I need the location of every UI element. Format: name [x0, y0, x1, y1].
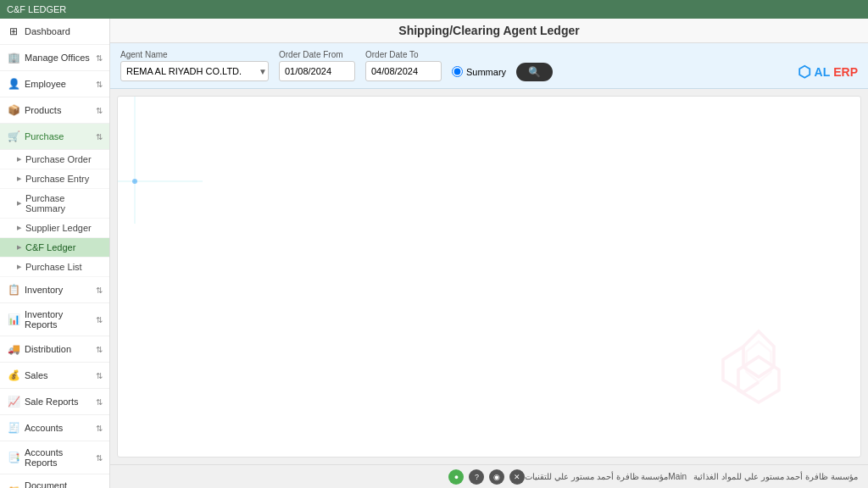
inventory-icon: 📋 — [7, 283, 20, 297]
sidebar-item-document-mgmnt[interactable]: 📁 Document Mgmnt ⇅ — [0, 474, 109, 488]
status-text-2: Mainمؤسسة ظافرة أحمد مستور علي للتقنيات — [525, 472, 687, 481]
chevron-down-icon: ⇅ — [96, 132, 103, 141]
sidebar-item-distribution[interactable]: 🚚 Distribution ⇅ — [0, 336, 109, 363]
purchase-icon: 🛒 — [7, 130, 20, 143]
sidebar-item-purchase[interactable]: 🛒 Purchase ⇅ — [0, 124, 109, 150]
sidebar-item-products[interactable]: 📦 Products ⇅ — [0, 97, 109, 124]
sidebar: ⊞ Dashboard 🏢 Manage Offices ⇅ 👤 Employe… — [0, 19, 110, 488]
order-date-to-label: Order Date To — [365, 50, 442, 59]
watermark-logo — [708, 321, 810, 423]
status-icon-4[interactable]: ✕ — [509, 469, 525, 485]
logo-hexagon-icon: ⬡ — [798, 63, 811, 81]
search-icon: 🔍 — [528, 66, 541, 78]
chevron-right-icon: ⇅ — [96, 53, 103, 63]
sidebar-item-sale-reports[interactable]: 📈 Sale Reports ⇅ — [0, 389, 109, 415]
sidebar-label-distribution: Distribution — [25, 344, 96, 354]
status-icon-3[interactable]: ◉ — [489, 469, 504, 485]
page-title: Shipping/Clearing Agent Ledger — [398, 24, 579, 37]
sidebar-item-inventory[interactable]: 📋 Inventory ⇅ — [0, 277, 109, 303]
sidebar-label-sale-reports: Sale Reports — [25, 396, 96, 407]
status-text-1: مؤسسة ظافرة أحمد مستور علي للمواد الغذائ… — [693, 472, 858, 481]
sidebar-label-manage-offices: Manage Offices — [25, 53, 96, 63]
top-bar: C&F LEDGER — [0, 0, 868, 19]
sidebar-label-sales: Sales — [25, 370, 96, 380]
sidebar-label-accounts: Accounts — [25, 423, 96, 433]
sidebar-item-purchase-list[interactable]: Purchase List — [0, 258, 109, 277]
chevron-right-icon: ⇅ — [96, 345, 103, 354]
supplier-ledger-label: Supplier Ledger — [25, 223, 92, 233]
chevron-right-icon: ⇅ — [96, 397, 103, 407]
document-icon: 📁 — [7, 484, 20, 488]
agent-name-wrapper: ▼ — [120, 61, 269, 81]
sidebar-item-cf-ledger[interactable]: C&F Ledger — [0, 238, 109, 258]
sidebar-item-accounts-reports[interactable]: 📑 Accounts Reports ⇅ — [0, 441, 109, 474]
order-date-to-input[interactable] — [365, 61, 442, 81]
sidebar-label-accounts-reports: Accounts Reports — [25, 447, 96, 468]
search-button[interactable]: 🔍 — [516, 63, 553, 81]
logo-erp: ERP — [833, 65, 858, 79]
accounts-reports-icon: 📑 — [7, 451, 20, 464]
order-date-to-group: Order Date To — [365, 50, 442, 81]
chevron-right-icon: ⇅ — [96, 453, 103, 463]
accounts-icon: 🧾 — [7, 421, 20, 435]
agent-name-input[interactable] — [120, 61, 269, 81]
order-date-from-label: Order Date From — [279, 50, 355, 59]
sidebar-label-employee: Employee — [25, 79, 96, 89]
order-date-from-group: Order Date From — [279, 50, 355, 81]
bottom-icons-area: ● ? ◉ ✕ — [448, 469, 525, 485]
sidebar-label-document-mgmnt: Document Mgmnt — [25, 480, 96, 488]
main-content — [117, 96, 861, 458]
inventory-reports-icon: 📊 — [7, 313, 20, 326]
sidebar-label-purchase: Purchase — [25, 131, 96, 141]
logo-al: AL — [815, 65, 831, 79]
purchase-order-label: Purchase Order — [25, 154, 92, 164]
chevron-right-icon: ⇅ — [96, 315, 103, 324]
filter-bar: Agent Name ▼ Order Date From Order Date … — [110, 43, 868, 89]
status-icon-2[interactable]: ? — [469, 469, 484, 485]
manage-offices-icon: 🏢 — [7, 51, 20, 64]
chevron-right-icon: ⇅ — [96, 424, 103, 433]
dashboard-icon: ⊞ — [7, 25, 20, 38]
sales-icon: 💰 — [7, 369, 20, 382]
summary-radio-button[interactable] — [452, 66, 463, 77]
chevron-right-icon: ⇅ — [96, 286, 103, 295]
sidebar-item-supplier-ledger[interactable]: Supplier Ledger — [0, 219, 109, 238]
sidebar-label-products: Products — [25, 105, 96, 115]
sidebar-label-inventory: Inventory — [25, 285, 96, 295]
purchase-summary-label: Purchase Summary — [25, 193, 103, 214]
sidebar-label-dashboard: Dashboard — [25, 26, 103, 36]
summary-radio-label: Summary — [466, 67, 506, 77]
status-text: مؤسسة ظافرة أحمد مستور علي للمواد الغذائ… — [525, 472, 858, 481]
purchase-entry-label: Purchase Entry — [25, 174, 89, 184]
summary-radio-group: Summary — [452, 66, 506, 77]
content-area: Shipping/Clearing Agent Ledger Agent Nam… — [110, 19, 868, 488]
circuit-decoration — [118, 97, 372, 224]
chevron-right-icon: ⇅ — [96, 106, 103, 115]
employee-icon: 👤 — [7, 77, 20, 91]
chevron-right-icon: ⇅ — [96, 80, 103, 89]
products-icon: 📦 — [7, 103, 20, 117]
sale-reports-icon: 📈 — [7, 395, 20, 408]
status-icon-1[interactable]: ● — [448, 469, 464, 485]
purchase-list-label: Purchase List — [25, 262, 82, 272]
topbar-title: C&F LEDGER — [7, 4, 66, 14]
page-header: Shipping/Clearing Agent Ledger — [110, 19, 868, 43]
sidebar-item-accounts[interactable]: 🧾 Accounts ⇅ — [0, 415, 109, 441]
order-date-from-input[interactable] — [279, 61, 355, 81]
sidebar-item-inventory-reports[interactable]: 📊 Inventory Reports ⇅ — [0, 303, 109, 336]
sidebar-label-inventory-reports: Inventory Reports — [25, 309, 96, 330]
status-bar: مؤسسة ظافرة أحمد مستور علي للمواد الغذائ… — [110, 464, 868, 488]
sidebar-item-purchase-entry[interactable]: Purchase Entry — [0, 169, 109, 189]
sidebar-item-purchase-order[interactable]: Purchase Order — [0, 150, 109, 169]
sidebar-item-employee[interactable]: 👤 Employee ⇅ — [0, 71, 109, 97]
sidebar-item-purchase-summary[interactable]: Purchase Summary — [0, 189, 109, 219]
svg-point-4 — [132, 179, 137, 184]
distribution-icon: 🚚 — [7, 342, 20, 356]
agent-dropdown-button[interactable]: ▼ — [259, 67, 267, 76]
agent-name-label: Agent Name — [120, 50, 269, 59]
cf-ledger-label: C&F Ledger — [25, 242, 75, 252]
agent-name-group: Agent Name ▼ — [120, 50, 269, 81]
sidebar-item-sales[interactable]: 💰 Sales ⇅ — [0, 363, 109, 389]
sidebar-item-manage-offices[interactable]: 🏢 Manage Offices ⇅ — [0, 45, 109, 71]
sidebar-item-dashboard[interactable]: ⊞ Dashboard — [0, 19, 109, 45]
